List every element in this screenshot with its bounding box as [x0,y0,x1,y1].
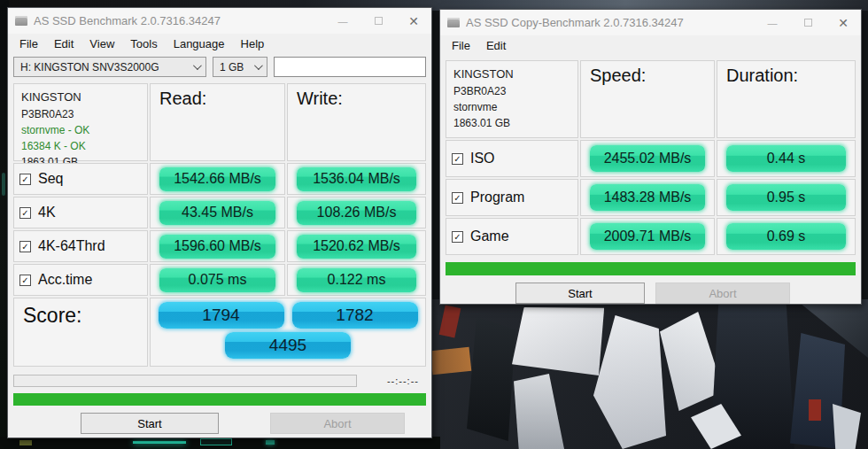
progress-row: --:--:-- [13,375,426,387]
row-program: Program [446,179,578,216]
4k-read-value: 43.45 MB/s [159,201,275,225]
drive-driver: stornvme [453,99,570,115]
window-title: AS SSD Benchmark 2.0.7316.34247 [34,14,325,27]
benchmark-window: AS SSD Benchmark 2.0.7316.34247 — ✕ File… [7,7,432,438]
abort-button[interactable]: Abort [655,283,790,304]
drive-vendor: KINGSTON [21,89,140,106]
drive-capacity: 1863.01 GB [453,115,570,131]
menu-edit[interactable]: Edit [478,36,514,55]
status-bar-green [446,262,856,275]
test-size-select[interactable]: 1 GB [213,57,267,77]
menubar: File Edit [440,35,861,58]
acctime-write-value: 0.122 ms [297,268,416,292]
background-glow [2,173,5,196]
status-bar-green [13,393,426,406]
menu-help[interactable]: Help [233,35,273,53]
score-label: Score: [13,298,148,367]
row-game: Game [446,218,578,255]
copy-benchmark-window: AS SSD Copy-Benchmark 2.0.7316.34247 — ✕… [439,9,862,305]
maximize-icon [804,19,812,27]
iso-duration-value: 0.44 s [726,145,846,172]
checkbox-game[interactable] [452,231,463,243]
eta-label: --:--:-- [387,375,419,386]
toolbar: H: KINGSTON SNV3S2000G 1 GB [8,56,431,81]
row-label: 4K-64Thrd [38,238,105,254]
comment-input[interactable] [274,57,426,77]
checkbox-4k[interactable] [19,207,31,219]
drive-firmware: P3BR0A23 [21,106,140,122]
titlebar[interactable]: AS SSD Copy-Benchmark 2.0.7316.34247 — ✕ [440,10,861,35]
drive-info-panel: KINGSTON P3BR0A23 stornvme 1863.01 GB [446,60,578,138]
progress-bar [13,375,357,387]
score-read-value: 1794 [159,302,284,329]
row-label: Program [470,190,524,205]
chevron-down-icon [193,61,202,70]
score-panel: 1794 1782 4495 [150,298,426,367]
seq-write-value: 1536.04 MB/s [297,167,416,191]
benchmark-table: KINGSTON P3BR0A23 stornvme - OK 16384 K … [13,83,426,367]
row-seq: Seq [13,163,148,195]
drive-firmware: P3BR0A23 [453,83,570,99]
minimize-button[interactable]: — [755,10,790,35]
menu-file[interactable]: File [12,35,46,53]
buttons-row: Start Abort [440,283,861,304]
buttons-row: Start Abort [8,413,431,434]
row-label: ISO [470,151,495,166]
row-acctime: Acc.time [13,264,148,296]
4k64thrd-write-value: 1520.62 MB/s [297,235,416,259]
app-icon [15,16,27,26]
row-label: Game [470,228,509,244]
menu-tools[interactable]: Tools [122,35,165,53]
game-duration-value: 0.69 s [726,223,846,250]
checkbox-seq[interactable] [19,174,31,185]
menu-view[interactable]: View [81,35,122,53]
drive-driver-status: stornvme - OK [21,122,140,138]
game-wallpaper [431,299,868,449]
program-duration-value: 0.95 s [726,184,846,211]
drive-alignment-status: 16384 K - OK [21,138,140,154]
start-button[interactable]: Start [81,413,219,434]
titlebar[interactable]: AS SSD Benchmark 2.0.7316.34247 — ✕ [8,8,431,34]
drive-vendor: KINGSTON [453,66,570,83]
program-speed-value: 1483.28 MB/s [590,184,706,211]
window-title: AS SSD Copy-Benchmark 2.0.7316.34247 [466,16,755,29]
chevron-down-icon [254,61,263,70]
checkbox-program[interactable] [452,192,463,204]
close-button[interactable]: ✕ [396,8,431,34]
seq-read-value: 1542.66 MB/s [159,167,275,191]
acctime-read-value: 0.075 ms [159,268,275,292]
score-total-value: 4495 [225,332,351,359]
game-speed-value: 2009.71 MB/s [590,223,706,250]
checkbox-4k64thrd[interactable] [19,241,31,252]
iso-speed-value: 2455.02 MB/s [590,145,706,172]
row-label: 4K [38,205,56,221]
app-icon [447,18,460,27]
row-iso: ISO [446,140,578,177]
4k-write-value: 108.26 MB/s [297,201,416,225]
score-write-value: 1782 [292,302,418,329]
4k64thrd-read-value: 1596.60 MB/s [159,235,275,259]
maximize-button[interactable] [360,8,396,34]
speed-column-header: Speed: [580,60,715,138]
close-button[interactable]: ✕ [825,10,861,35]
start-button[interactable]: Start [515,283,645,304]
maximize-button[interactable] [790,10,825,35]
maximize-icon [375,17,383,25]
drive-select[interactable]: H: KINGSTON SNV3S2000G [13,57,206,77]
row-label: Seq [38,171,63,187]
row-4k: 4K [13,197,148,228]
row-4k64thrd: 4K-64Thrd [13,230,148,262]
menu-file[interactable]: File [444,36,478,55]
menubar: File Edit View Tools Language Help [8,34,431,56]
menu-language[interactable]: Language [166,35,233,53]
duration-column-header: Duration: [717,60,856,138]
abort-button[interactable]: Abort [270,413,405,434]
test-size-value: 1 GB [220,61,244,74]
drive-select-value: H: KINGSTON SNV3S2000G [20,61,159,74]
menu-edit[interactable]: Edit [46,35,81,53]
checkbox-acctime[interactable] [19,275,31,286]
minimize-button[interactable]: — [325,8,360,34]
checkbox-iso[interactable] [452,153,463,165]
game-ui-strip [0,437,440,449]
read-column-header: Read: [150,83,285,161]
